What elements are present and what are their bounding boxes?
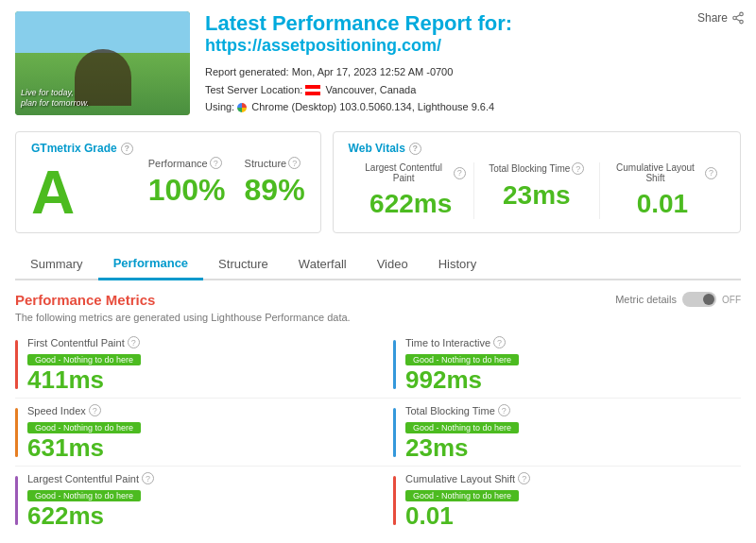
gtmetrix-grade-box: GTmetrix Grade ? A Performance ? 100% St… <box>15 131 321 233</box>
toggle-knob <box>703 294 714 305</box>
tti-help-icon[interactable]: ? <box>493 336 506 348</box>
metric-si: Speed Index ? Good - Nothing to do here … <box>15 399 378 467</box>
tab-summary[interactable]: Summary <box>15 248 98 279</box>
tbt-value: 23ms <box>405 435 519 460</box>
metric-border-lcp <box>15 476 18 525</box>
share-icon <box>731 11 745 25</box>
si-value: 631ms <box>27 435 141 460</box>
fcp-value: 411ms <box>27 367 141 392</box>
cls2-help-icon[interactable]: ? <box>518 472 530 484</box>
cls-value: 0.01 <box>405 503 530 528</box>
fcp-badge: Good - Nothing to do here <box>27 354 141 365</box>
vital-cls-value: 0.01 <box>608 189 717 219</box>
gtmetrix-help-icon[interactable]: ? <box>121 143 133 155</box>
vitals-items: Largest Contentful Paint ? 622ms Total B… <box>349 162 725 219</box>
tti-badge: Good - Nothing to do here <box>405 354 519 365</box>
share-button[interactable]: Share <box>697 11 745 25</box>
metric-cls-label: Cumulative Layout Shift ? <box>405 472 530 484</box>
report-url[interactable]: https://assetpositioning.com/ <box>205 36 741 56</box>
cls-help-icon[interactable]: ? <box>705 167 717 179</box>
metric-toggle[interactable]: Metric details OFF <box>615 292 741 307</box>
metric-cls: Cumulative Layout Shift ? Good - Nothing… <box>378 467 741 534</box>
tbt2-help-icon[interactable]: ? <box>498 404 510 416</box>
lcp2-help-icon[interactable]: ? <box>142 472 154 484</box>
metric-fcp: First Contentful Paint ? Good - Nothing … <box>15 331 378 399</box>
metric-tbt-label: Total Blocking Time ? <box>405 404 519 416</box>
metric-border-si <box>15 408 18 457</box>
metrics-header: Metric details OFF Performance Metrics T… <box>15 292 741 331</box>
metric-details-toggle[interactable] <box>682 292 716 307</box>
structure-value: 89% <box>245 173 305 208</box>
test-server-row: Test Server Location: Vancouver, Canada <box>205 81 741 99</box>
metrics-grid: First Contentful Paint ? Good - Nothing … <box>15 331 741 534</box>
chrome-icon <box>237 103 247 112</box>
report-info: Latest Performance Report for: https://a… <box>205 11 741 116</box>
si-badge: Good - Nothing to do here <box>27 422 141 433</box>
tabs-bar: Summary Performance Structure Waterfall … <box>15 241 741 280</box>
metric-tti-label: Time to Interactive ? <box>405 336 519 348</box>
lcp-help-icon[interactable]: ? <box>454 167 466 179</box>
metric-lcp-content: Largest Contentful Paint ? Good - Nothin… <box>27 472 154 528</box>
header-section: Live for today, plan for tomorrow. Lates… <box>0 0 756 124</box>
tab-history[interactable]: History <box>423 248 491 279</box>
grade-details: Performance ? 100% Structure ? 89% <box>148 157 305 208</box>
performance-help-icon[interactable]: ? <box>210 157 222 169</box>
grades-section: GTmetrix Grade ? A Performance ? 100% St… <box>0 124 756 241</box>
cls-badge: Good - Nothing to do here <box>405 490 519 501</box>
metric-lcp-label: Largest Contentful Paint ? <box>27 472 154 484</box>
vital-tbt-label: Total Blocking Time ? <box>482 162 592 175</box>
structure-label: Structure ? <box>245 157 305 169</box>
using-row: Using: Chrome (Desktop) 103.0.5060.134, … <box>205 98 741 116</box>
fcp-help-icon[interactable]: ? <box>128 336 140 348</box>
tbt-help-icon[interactable]: ? <box>572 162 584 175</box>
svg-line-4 <box>736 15 740 17</box>
report-meta: Report generated: Mon, Apr 17, 2023 12:5… <box>205 63 741 116</box>
structure-help-icon[interactable]: ? <box>288 157 301 169</box>
tab-performance[interactable]: Performance <box>98 248 203 280</box>
vital-tbt: Total Blocking Time ? 23ms <box>474 162 600 219</box>
report-title: Latest Performance Report for: <box>205 11 741 36</box>
performance-label: Performance ? <box>148 157 226 169</box>
vital-lcp-value: 622ms <box>356 189 466 219</box>
tab-video[interactable]: Video <box>362 248 423 279</box>
metric-fcp-label: First Contentful Paint ? <box>27 336 141 348</box>
vital-lcp: Largest Contentful Paint ? 622ms <box>349 162 474 219</box>
performance-metrics-section: Metric details OFF Performance Metrics T… <box>0 280 756 543</box>
svg-line-3 <box>736 19 740 21</box>
metric-tbt: Total Blocking Time ? Good - Nothing to … <box>378 399 741 467</box>
svg-point-1 <box>733 16 737 20</box>
metric-si-content: Speed Index ? Good - Nothing to do here … <box>27 404 141 460</box>
si-help-icon[interactable]: ? <box>89 404 101 416</box>
metric-tti-content: Time to Interactive ? Good - Nothing to … <box>405 336 519 392</box>
metric-lcp: Largest Contentful Paint ? Good - Nothin… <box>15 467 378 534</box>
metric-border-tti <box>393 340 396 389</box>
vital-cls-label: Cumulative Layout Shift ? <box>608 162 717 183</box>
structure-grade: Structure ? 89% <box>245 157 305 208</box>
svg-point-0 <box>740 12 744 15</box>
vital-cls: Cumulative Layout Shift ? 0.01 <box>600 162 725 219</box>
lcp-value: 622ms <box>27 503 154 528</box>
performance-grade: Performance ? 100% <box>148 157 226 208</box>
web-vitals-title: Web Vitals ? <box>349 142 725 155</box>
tti-value: 992ms <box>405 367 519 392</box>
metric-border-fcp <box>15 340 18 389</box>
website-thumbnail: Live for today, plan for tomorrow. <box>15 11 190 115</box>
gtmetrix-title: GTmetrix Grade ? <box>31 142 133 155</box>
report-generated-row: Report generated: Mon, Apr 17, 2023 12:5… <box>205 63 741 81</box>
web-vitals-help-icon[interactable]: ? <box>409 143 421 155</box>
metric-tbt-content: Total Blocking Time ? Good - Nothing to … <box>405 404 519 460</box>
web-vitals-box: Web Vitals ? Largest Contentful Paint ? … <box>333 131 741 233</box>
metric-fcp-content: First Contentful Paint ? Good - Nothing … <box>27 336 141 392</box>
vital-lcp-label: Largest Contentful Paint ? <box>356 162 466 183</box>
thumb-text: Live for today, plan for tomorrow. <box>21 88 89 110</box>
metric-tti: Time to Interactive ? Good - Nothing to … <box>378 331 741 399</box>
tab-structure[interactable]: Structure <box>203 248 284 279</box>
metric-border-cls <box>393 476 396 525</box>
metrics-subtitle: The following metrics are generated usin… <box>15 312 741 323</box>
grade-letter: A <box>31 162 133 223</box>
metric-cls-content: Cumulative Layout Shift ? Good - Nothing… <box>405 472 530 528</box>
tab-waterfall[interactable]: Waterfall <box>284 248 362 279</box>
metric-si-label: Speed Index ? <box>27 404 141 416</box>
svg-point-2 <box>740 20 744 24</box>
tbt-badge: Good - Nothing to do here <box>405 422 519 433</box>
